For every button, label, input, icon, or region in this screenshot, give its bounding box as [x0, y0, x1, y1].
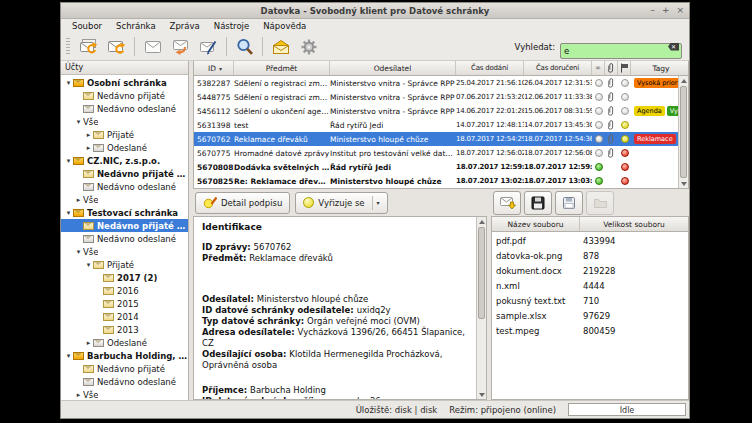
- tree-item[interactable]: Nedávno přijaté (2): [61, 219, 188, 232]
- detail-scrollbar[interactable]: [476, 217, 486, 399]
- tree-item[interactable]: 2017 (2): [61, 271, 188, 284]
- attachment-row[interactable]: test.mpeg800459: [492, 323, 688, 338]
- column-header-sender[interactable]: Odesílatel: [330, 61, 456, 75]
- tree-item[interactable]: Nedávno přijaté: [61, 89, 188, 102]
- column-header-tags[interactable]: Tagy: [631, 61, 688, 75]
- expand-arrow-icon[interactable]: ▸: [74, 391, 83, 399]
- settings-button[interactable]: [295, 35, 322, 58]
- column-header-read-status[interactable]: ∞: [592, 61, 605, 75]
- attachment-row[interactable]: pdf.pdf433994: [492, 233, 688, 248]
- download-all-messages-button[interactable]: [75, 35, 102, 58]
- tree-item[interactable]: Nedávno přijaté (4): [61, 167, 188, 180]
- message-row[interactable]: 5631398testŘád rytířů Jedi14.07.2017 12:…: [194, 118, 678, 132]
- save-message-button[interactable]: [493, 191, 521, 215]
- message-detail-panel: Identifikace ID zprávy: 5670762Předmět: …: [193, 216, 487, 400]
- toolbar-grip[interactable]: [66, 38, 70, 56]
- message-row[interactable]: 5670808Dodávka světelných mečůŘád rytířů…: [194, 160, 678, 174]
- new-message-button[interactable]: [139, 35, 166, 58]
- reply-button[interactable]: [167, 35, 194, 58]
- tree-item[interactable]: Nedávno odeslané: [61, 102, 188, 115]
- message-table: ID▾ Předmět Odesílatel Čas dodání Čas do…: [193, 61, 689, 189]
- flag-status-icon: [621, 149, 629, 157]
- message-row[interactable]: 5448775Sdělení o registraci změny ...Min…: [194, 90, 678, 104]
- tree-item[interactable]: ▾Vše: [61, 115, 188, 128]
- tree-item[interactable]: 2015: [61, 297, 188, 310]
- column-header-flag[interactable]: [618, 61, 631, 75]
- tree-item[interactable]: 2016: [61, 284, 188, 297]
- scroll-up-icon[interactable]: [679, 76, 688, 85]
- save-all-attachments-button[interactable]: [555, 191, 583, 215]
- menu-item-nástroje[interactable]: Nástroje: [207, 21, 256, 31]
- menu-item-soubor[interactable]: Soubor: [65, 21, 109, 31]
- attachment-row[interactable]: datovka-ok.png878: [492, 248, 688, 263]
- expand-arrow-icon[interactable]: ▾: [64, 79, 73, 87]
- expand-arrow-icon[interactable]: ▸: [84, 339, 93, 347]
- column-header-acceptance-time[interactable]: Čas doručení: [524, 61, 592, 75]
- minimize-button[interactable]: –: [650, 6, 655, 15]
- expand-arrow-icon[interactable]: ▾: [64, 209, 73, 217]
- tree-item[interactable]: ▸Vše: [61, 388, 188, 400]
- sent-folder-icon: [83, 235, 94, 243]
- scroll-down-icon[interactable]: [477, 390, 486, 399]
- message-row[interactable]: 5456112Sdělení o ukončení agendyMinister…: [194, 104, 678, 118]
- tree-item[interactable]: 2014: [61, 310, 188, 323]
- tree-item[interactable]: Nedávno odeslané: [61, 180, 188, 193]
- process-state-dropdown[interactable]: Vyřizuje se ▾: [295, 192, 387, 214]
- expand-arrow-icon[interactable]: ▾: [74, 248, 83, 256]
- tree-item-label: Odeslané: [107, 338, 147, 348]
- tree-item[interactable]: ▸Odeslané: [61, 336, 188, 349]
- tree-item[interactable]: Nedávno odeslané: [61, 375, 188, 388]
- message-row[interactable]: 5670762Reklamace dřevákůMinisterstvo hlo…: [194, 132, 678, 146]
- tree-item[interactable]: ▾Barbucha Holding, a.s.: [61, 349, 188, 362]
- expand-arrow-icon[interactable]: ▾: [64, 352, 73, 360]
- scroll-down-icon[interactable]: [679, 179, 688, 188]
- close-button[interactable]: ×: [676, 6, 684, 15]
- attachment-row[interactable]: sample.xlsx97629: [492, 308, 688, 323]
- tree-item[interactable]: ▸Vše: [61, 193, 188, 206]
- tree-item[interactable]: ▾Vše: [61, 245, 188, 258]
- find-message-button[interactable]: [231, 35, 258, 58]
- column-header-delivery-time[interactable]: Čas dodání: [456, 61, 524, 75]
- tree-item[interactable]: Nedávno přijaté: [61, 362, 188, 375]
- tree-item[interactable]: ▸Přijaté: [61, 128, 188, 141]
- menu-item-zpráva[interactable]: Zpráva: [163, 21, 207, 31]
- verify-message-button[interactable]: [195, 35, 222, 58]
- tree-item[interactable]: ▸Odeslané: [61, 141, 188, 154]
- menu-item-nápověda[interactable]: Nápověda: [256, 21, 313, 31]
- column-header-subject[interactable]: Předmět: [234, 61, 330, 75]
- column-header-attachment[interactable]: [605, 61, 618, 75]
- tree-item[interactable]: Nedávno odeslané: [61, 232, 188, 245]
- save-attachment-button[interactable]: [524, 191, 552, 215]
- tree-item[interactable]: ▾Testovací schránka: [61, 206, 188, 219]
- message-row[interactable]: 5670775Hromadné datové zprávyInstitut pr…: [194, 146, 678, 160]
- attachment-row[interactable]: n.xml4444: [492, 278, 688, 293]
- expand-arrow-icon[interactable]: ▸: [74, 196, 83, 204]
- connection-mode: Režim: připojeno (online): [449, 405, 556, 415]
- search-input[interactable]: [560, 43, 682, 59]
- tree-item[interactable]: ▾Přijaté: [61, 258, 188, 271]
- scroll-up-icon[interactable]: [477, 217, 486, 226]
- tree-item[interactable]: ▾Osobní schránka: [61, 76, 188, 89]
- import-message-button[interactable]: [267, 35, 294, 58]
- tree-item[interactable]: ▾CZ.NIC, z.s.p.o.: [61, 154, 188, 167]
- column-header-id[interactable]: ID▾: [194, 61, 234, 75]
- expand-arrow-icon[interactable]: ▾: [74, 118, 83, 126]
- menu-item-schránka[interactable]: Schránka: [109, 21, 163, 31]
- expand-arrow-icon[interactable]: ▾: [84, 261, 93, 269]
- expand-arrow-icon[interactable]: ▸: [84, 144, 93, 152]
- attachment-row[interactable]: pokusný text.txt710: [492, 293, 688, 308]
- expand-arrow-icon[interactable]: ▾: [64, 157, 73, 165]
- message-row[interactable]: 5382287Sdělení o registraci změny ...Min…: [194, 76, 678, 90]
- column-header-file-name[interactable]: Název souboru: [492, 217, 580, 231]
- attachment-row[interactable]: dokument.docx219228: [492, 263, 688, 278]
- message-row[interactable]: 5670825Re: Reklamace dřevákůMinisterstvo…: [194, 174, 678, 188]
- download-message-button[interactable]: [103, 35, 130, 58]
- maximize-button[interactable]: +: [662, 6, 670, 15]
- tree-item[interactable]: 2013: [61, 323, 188, 336]
- message-list-scrollbar[interactable]: [678, 76, 688, 188]
- message-rows: 5382287Sdělení o registraci změny ...Min…: [194, 76, 678, 188]
- open-attachment-button[interactable]: [586, 191, 614, 215]
- expand-arrow-icon[interactable]: ▸: [84, 131, 93, 139]
- column-header-file-size[interactable]: Velikost souboru: [580, 217, 688, 231]
- signature-detail-button[interactable]: Detail podpisu: [195, 192, 290, 214]
